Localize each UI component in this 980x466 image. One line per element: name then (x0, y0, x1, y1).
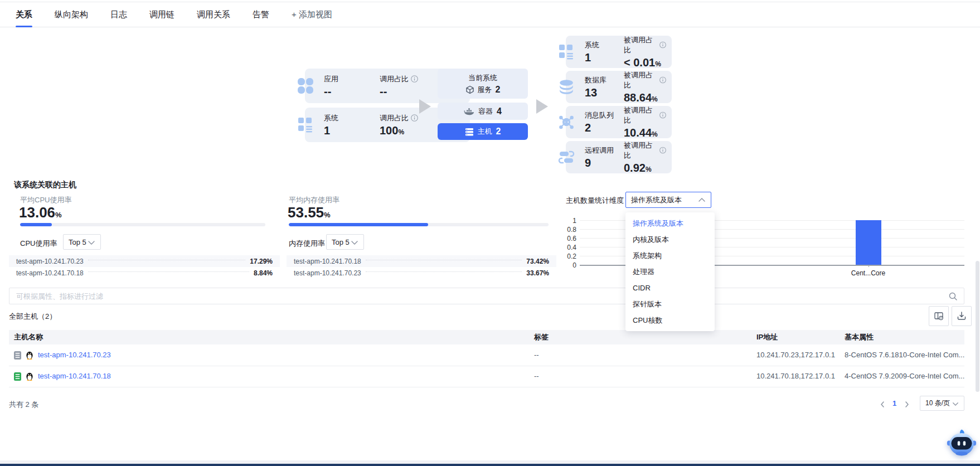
leader-dots (366, 260, 522, 260)
scrollbar-thumb[interactable] (976, 261, 979, 392)
col-host-name[interactable]: 主机名称 (14, 330, 43, 344)
chevron-up-icon (698, 197, 706, 203)
topo-card-remote-call[interactable]: 远程调用 9 被调用占比 0.92% (566, 141, 672, 173)
tab-relations[interactable]: 关系 (16, 9, 32, 20)
info-icon[interactable] (659, 147, 666, 154)
assistant-robot-icon[interactable] (947, 427, 977, 458)
topo-card-message-queue[interactable]: 消息队列 2 被调用占比 10.44% (566, 106, 672, 138)
cpu-topn-select[interactable]: Top 5 (63, 234, 101, 250)
dimension-label: 主机数量统计维度 (566, 196, 624, 206)
cpu-rank-row[interactable]: test-apm-10.241.70.2317.29% (9, 255, 280, 267)
mem-rank-row[interactable]: test-apm-10.241.70.2333.67% (287, 267, 556, 279)
leader-dots (366, 271, 522, 272)
mem-topn-value: Top 5 (332, 238, 350, 246)
linux-penguin-icon (26, 351, 33, 360)
cpu-list-label: CPU使用率 (20, 239, 57, 249)
topo-card-database[interactable]: 数据库 13 被调用占比 88.64% (566, 71, 672, 103)
cell-attrs: 8-CentOS 7.6.1810-Core-Intel Com... (845, 344, 964, 366)
table-row[interactable]: test-apm-10.241.70.18 -- 10.241.70.18,17… (9, 366, 964, 387)
avg-cpu-value: 13.06 (19, 204, 55, 221)
mem-rank-row[interactable]: test-apm-10.241.70.1873.42% (287, 255, 556, 267)
menu-item-processor[interactable]: 处理器 (625, 264, 715, 280)
message-queue-label: 消息队列 (585, 110, 616, 120)
add-view-button[interactable]: + 添加视图 (292, 9, 332, 20)
host-count-bar-chart: 00.20.40.60.81Cent...CoreCent...Core (563, 217, 966, 279)
tab-call-relations[interactable]: 调用关系 (197, 9, 230, 20)
tab-trace[interactable]: 调用链 (149, 9, 174, 20)
col-ip[interactable]: IP地址 (756, 330, 778, 344)
next-page-button[interactable] (902, 399, 912, 409)
mem-topn-select[interactable]: Top 5 (326, 234, 364, 250)
page-size-select[interactable]: 10 条/页 (920, 396, 964, 411)
host-filter-bar (9, 288, 964, 304)
message-queue-icon (558, 114, 575, 130)
info-icon[interactable] (659, 76, 666, 84)
called-ratio-label: 被调用占比 (624, 140, 657, 161)
menu-item-cidr[interactable]: CIDR (625, 280, 715, 296)
info-icon[interactable] (659, 111, 666, 119)
cpu-usage-value: 8.84% (254, 269, 273, 277)
service-label: 服务 (478, 85, 492, 95)
application-icon (297, 77, 314, 94)
filter-input[interactable] (9, 292, 949, 300)
tab-logs[interactable]: 日志 (110, 9, 127, 20)
call-ratio-value: 100 (380, 124, 398, 137)
section-title-related-hosts: 该系统关联的主机 (14, 180, 76, 190)
app-root: 关系 纵向架构 日志 调用链 调用关系 告警 + 添加视图 应用 -- 调用占比… (0, 0, 980, 466)
download-button[interactable] (952, 306, 972, 326)
cell-attrs: 4-CentOS 7.9.2009-Core-Intel Com... (845, 366, 964, 387)
host-status-icon-green (14, 372, 21, 381)
called-ratio-unit: % (652, 95, 658, 103)
menu-item-cpu-cores[interactable]: CPU核数 (625, 312, 715, 328)
tab-alerts[interactable]: 告警 (253, 9, 269, 20)
chevron-left-icon (879, 401, 886, 408)
y-axis-tick: 0 (573, 261, 576, 269)
col-tags[interactable]: 标签 (534, 330, 549, 344)
download-icon (957, 312, 966, 321)
cpu-usage-ranking: test-apm-10.241.70.2317.29% test-apm-10.… (9, 255, 280, 279)
prev-page-button[interactable] (877, 399, 887, 409)
menu-item-agent-version[interactable]: 探针版本 (625, 296, 715, 312)
menu-item-kernel-version[interactable]: 内核及版本 (625, 231, 715, 247)
called-ratio-unit: % (655, 60, 661, 68)
info-icon[interactable] (411, 114, 418, 122)
menu-item-os-version[interactable]: 操作系统及版本 (625, 215, 715, 231)
avg-cpu-progressbar (20, 223, 265, 226)
database-icon (558, 79, 575, 95)
system-label: 系统 (585, 40, 616, 50)
mem-list-label: 内存使用率 (289, 239, 325, 249)
called-ratio-value: 0.92 (624, 162, 646, 174)
y-axis-tick: 0.8 (567, 226, 576, 234)
leader-dots (88, 271, 249, 272)
host-link[interactable]: test-apm-10.241.70.18 (38, 366, 111, 387)
mem-usage-value: 33.67% (526, 269, 549, 277)
y-axis-tick: 0.2 (567, 253, 576, 260)
menu-item-architecture[interactable]: 系统架构 (625, 247, 715, 264)
called-ratio-label: 被调用占比 (624, 105, 657, 125)
container-card[interactable]: 容器 4 (438, 103, 528, 120)
table-row[interactable]: test-apm-10.241.70.23 -- 10.241.70.23,17… (9, 344, 964, 366)
cpu-rank-row[interactable]: test-apm-10.241.70.188.84% (9, 267, 280, 279)
info-icon[interactable] (659, 41, 666, 48)
info-icon[interactable] (411, 75, 418, 82)
mem-usage-value: 73.42% (526, 258, 549, 265)
chevron-down-icon (952, 401, 959, 406)
host-card-selected[interactable]: 主机 2 (438, 123, 528, 140)
database-count: 13 (585, 86, 616, 99)
host-link[interactable]: test-apm-10.241.70.23 (38, 344, 111, 366)
called-ratio-unit: % (652, 130, 658, 138)
tab-vertical-architecture[interactable]: 纵向架构 (55, 9, 88, 20)
cpu-usage-value: 17.29% (250, 258, 273, 265)
chart-bar[interactable] (856, 220, 881, 265)
bottom-dark-bar (0, 464, 980, 466)
linux-penguin-icon (26, 372, 33, 381)
current-system-card[interactable]: 当前系统 服务 2 (438, 69, 528, 99)
current-page[interactable]: 1 (892, 399, 896, 407)
dimension-select[interactable]: 操作系统及版本 (625, 192, 711, 208)
topo-card-system-right[interactable]: 系统 1 被调用占比 < 0.01% (566, 36, 672, 68)
col-attrs[interactable]: 基本属性 (845, 330, 874, 344)
service-count: 2 (496, 85, 501, 95)
avg-mem-progressbar (289, 223, 549, 226)
search-icon[interactable] (949, 292, 957, 300)
column-settings-button[interactable] (929, 306, 949, 326)
